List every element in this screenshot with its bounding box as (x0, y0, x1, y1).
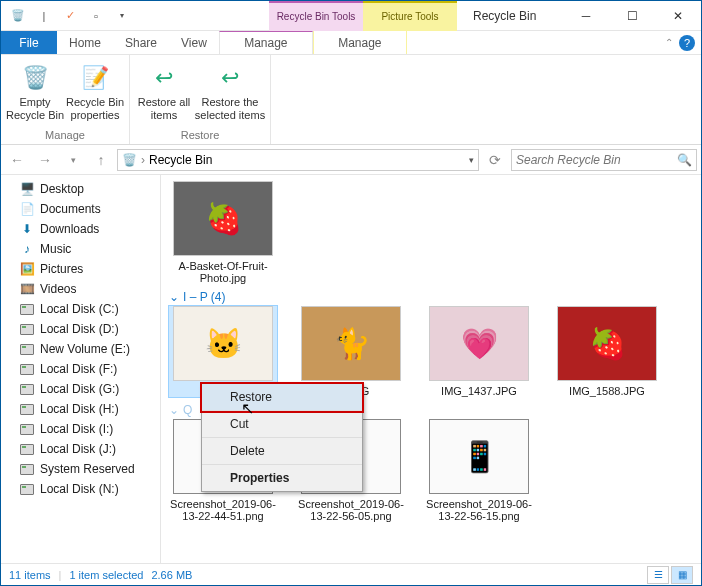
menu-file[interactable]: File (1, 31, 57, 54)
pictures-icon: 🖼️ (19, 262, 35, 276)
restore-selected-icon: ↩ (214, 61, 246, 93)
tree-item-drive-f[interactable]: Local Disk (F:) (1, 359, 160, 379)
empty-recycle-bin-button[interactable]: 🗑️ Empty Recycle Bin (5, 59, 65, 122)
content-area: 🖥️Desktop 📄Documents ⬇Downloads ♪Music 🖼… (1, 175, 701, 563)
tree-item-drive-g[interactable]: Local Disk (G:) (1, 379, 160, 399)
details-view-button[interactable]: ☰ (647, 566, 669, 584)
tree-item-drive-c[interactable]: Local Disk (C:) (1, 299, 160, 319)
help-icon[interactable]: ? (679, 35, 695, 51)
context-menu-properties[interactable]: Properties (202, 465, 362, 491)
recent-dropdown[interactable]: ▾ (61, 148, 85, 172)
drive-icon (19, 422, 35, 436)
thumbnail: 💗 (429, 306, 529, 381)
chevron-up-icon[interactable]: ⌃ (665, 37, 673, 48)
file-name: IMG_1437.JPG (425, 385, 533, 397)
tree-item-videos[interactable]: 🎞️Videos (1, 279, 160, 299)
restore-selected-button[interactable]: ↩ Restore the selected items (194, 59, 266, 122)
drive-icon (19, 362, 35, 376)
contextual-tab-picture[interactable]: Picture Tools (363, 1, 457, 31)
file-area[interactable]: 🍓 A-Basket-Of-Fruit-Photo.jpg I – P (4) … (161, 175, 701, 563)
qat-recycle-icon[interactable]: 🗑️ (7, 5, 29, 27)
ribbon-group-manage: 🗑️ Empty Recycle Bin 📝 Recycle Bin prope… (1, 55, 130, 144)
ribbon-group-restore: ↩ Restore all items ↩ Restore the select… (130, 55, 271, 144)
address-box[interactable]: 🗑️ › ▾ (117, 149, 479, 171)
ribbon-label: Restore the selected items (194, 96, 266, 122)
tree-item-music[interactable]: ♪Music (1, 239, 160, 259)
menu-view[interactable]: View (169, 31, 219, 54)
ribbon: 🗑️ Empty Recycle Bin 📝 Recycle Bin prope… (1, 55, 701, 145)
tree-item-drive-d[interactable]: Local Disk (D:) (1, 319, 160, 339)
context-menu-cut[interactable]: Cut (202, 411, 362, 438)
thumbnail: 📱 (429, 419, 529, 494)
drive-icon (19, 342, 35, 356)
tree-item-drive-n[interactable]: Local Disk (N:) (1, 479, 160, 499)
back-button[interactable]: ← (5, 148, 29, 172)
tree-item-pictures[interactable]: 🖼️Pictures (1, 259, 160, 279)
search-box[interactable]: 🔍 (511, 149, 697, 171)
drive-icon (19, 302, 35, 316)
up-button[interactable]: ↑ (89, 148, 113, 172)
search-input[interactable] (516, 153, 677, 167)
thumbnail: 🐈 (301, 306, 401, 381)
drive-icon (19, 482, 35, 496)
drive-icon (19, 402, 35, 416)
drive-icon (19, 442, 35, 456)
ribbon-label: Restore all items (134, 96, 194, 122)
context-menu-delete[interactable]: Delete (202, 438, 362, 465)
tree-item-drive-j[interactable]: Local Disk (J:) (1, 439, 160, 459)
file-name: Screenshot_2019-06-13-22-56-05.png (297, 498, 405, 522)
tree-item-drive-i[interactable]: Local Disk (I:) (1, 419, 160, 439)
menu-home[interactable]: Home (57, 31, 113, 54)
qat-check-icon[interactable]: ✓ (59, 5, 81, 27)
music-icon: ♪ (19, 242, 35, 256)
tree-item-drive-h[interactable]: Local Disk (H:) (1, 399, 160, 419)
tree-item-system-reserved[interactable]: System Reserved (1, 459, 160, 479)
context-menu-restore[interactable]: Restore (202, 384, 362, 411)
thumbnails-view-button[interactable]: ▦ (671, 566, 693, 584)
file-name: A-Basket-Of-Fruit-Photo.jpg (169, 260, 277, 284)
refresh-button[interactable]: ⟳ (483, 148, 507, 172)
window-title: Recycle Bin (473, 9, 536, 23)
file-item[interactable]: 🍓 A-Basket-Of-Fruit-Photo.jpg (169, 181, 277, 284)
qat-dropdown-icon[interactable]: ▾ (111, 5, 133, 27)
selection-size: 2.66 MB (151, 569, 192, 581)
file-name: Screenshot_2019-06-13-22-56-15.png (425, 498, 533, 522)
thumbnail: 🐱 (173, 306, 273, 381)
qat-folder-icon[interactable]: ▫ (85, 5, 107, 27)
documents-icon: 📄 (19, 202, 35, 216)
selection-text: 1 item selected (69, 569, 143, 581)
forward-button[interactable]: → (33, 148, 57, 172)
file-item[interactable]: 🍓 IMG_1588.JPG (553, 306, 661, 397)
tree-item-downloads[interactable]: ⬇Downloads (1, 219, 160, 239)
file-item[interactable]: 📱 Screenshot_2019-06-13-22-56-15.png (425, 419, 533, 522)
titlebar: 🗑️ | ✓ ▫ ▾ Recycle Bin Tools Picture Too… (1, 1, 701, 31)
address-dropdown-icon[interactable]: ▾ (469, 155, 474, 165)
recycle-bin-properties-button[interactable]: 📝 Recycle Bin properties (65, 59, 125, 122)
maximize-button[interactable]: ☐ (609, 1, 655, 31)
tree-item-desktop[interactable]: 🖥️Desktop (1, 179, 160, 199)
minimize-button[interactable]: ─ (563, 1, 609, 31)
menu-manage-recycle[interactable]: Manage (219, 31, 313, 54)
navigation-tree: 🖥️Desktop 📄Documents ⬇Downloads ♪Music 🖼… (1, 175, 161, 563)
drive-icon (19, 382, 35, 396)
tree-item-documents[interactable]: 📄Documents (1, 199, 160, 219)
contextual-tab-recycle[interactable]: Recycle Bin Tools (269, 1, 363, 31)
recycle-bin-icon: 🗑️ (19, 61, 51, 93)
restore-all-button[interactable]: ↩ Restore all items (134, 59, 194, 122)
item-count: 11 items (9, 569, 51, 581)
address-input[interactable] (149, 153, 469, 167)
group-header[interactable]: I – P (4) (169, 284, 693, 306)
file-item[interactable]: 💗 IMG_1437.JPG (425, 306, 533, 397)
close-button[interactable]: ✕ (655, 1, 701, 31)
videos-icon: 🎞️ (19, 282, 35, 296)
restore-all-icon: ↩ (148, 61, 180, 93)
thumbnail: 🍓 (173, 181, 273, 256)
menu-share[interactable]: Share (113, 31, 169, 54)
contextual-tabs: Recycle Bin Tools Picture Tools (269, 1, 457, 31)
tree-item-drive-e[interactable]: New Volume (E:) (1, 339, 160, 359)
menu-manage-picture[interactable]: Manage (313, 31, 407, 54)
drive-icon (19, 322, 35, 336)
search-icon[interactable]: 🔍 (677, 153, 692, 167)
drive-icon (19, 462, 35, 476)
recycle-icon: 🗑️ (122, 153, 137, 167)
